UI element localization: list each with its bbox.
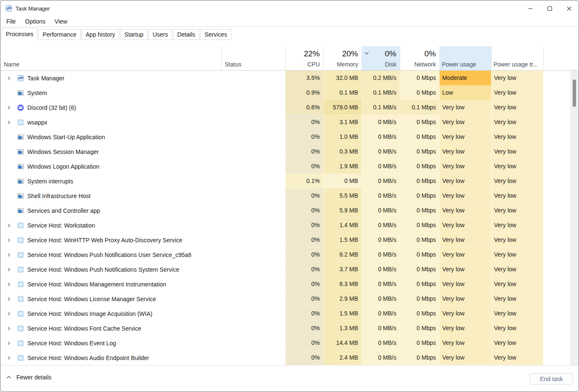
cpu-cell: 3.5% [285, 71, 323, 85]
disk-cell: 0 MB/s [361, 262, 400, 277]
column-power-usage-trend[interactable]: Power usage tr... [491, 46, 543, 70]
cpu-cell: 0% [285, 115, 323, 130]
table-row[interactable]: System interrupts0.1%0 MB0 MB/s0 MbpsVer… [0, 174, 579, 188]
end-task-button[interactable]: End task [530, 373, 573, 384]
tab-users[interactable]: Users [149, 29, 173, 40]
table-row[interactable]: Service Host: Windows Font Cache Service… [0, 321, 579, 336]
tab-details[interactable]: Details [173, 29, 199, 40]
name-cell[interactable]: wsappx [0, 115, 221, 130]
maximize-button[interactable] [540, 0, 559, 16]
expand-chevron-icon[interactable] [4, 297, 14, 301]
expand-chevron-icon[interactable] [4, 223, 14, 228]
table-row[interactable]: Windows Logon Application0%1.9 MB0 MB/s0… [0, 159, 579, 174]
disk-cell: 0 MB/s [361, 336, 400, 350]
expand-chevron-icon[interactable] [4, 341, 14, 345]
expand-chevron-icon[interactable] [4, 268, 14, 272]
name-cell[interactable]: Discord (32 bit) (6) [0, 100, 221, 115]
name-cell[interactable]: Service Host: Windows Push Notifications… [0, 247, 221, 262]
process-name: Service Host: WinHTTP Web Proxy Auto-Dis… [27, 237, 182, 244]
vertical-scrollbar[interactable] [570, 71, 579, 365]
table-row[interactable]: Windows Session Manager0%0.3 MB0 MB/s0 M… [0, 144, 579, 159]
name-cell[interactable]: Service Host: Workstation [0, 218, 221, 233]
name-cell[interactable]: Services and Controller app [0, 203, 221, 218]
name-cell[interactable]: Service Host: Windows License Manager Se… [0, 291, 221, 306]
table-row[interactable]: Service Host: Windows Push Notifications… [0, 262, 579, 277]
table-row[interactable]: Task Manager3.5%32.0 MB0.2 MB/s0 MbpsMod… [0, 71, 579, 85]
table-row[interactable]: Windows Start-Up Application0%1.0 MB0 MB… [0, 130, 579, 144]
minimize-button[interactable] [521, 0, 540, 16]
tab-app-history[interactable]: App history [82, 29, 120, 40]
gear-icon [17, 310, 24, 317]
expand-chevron-icon[interactable] [4, 253, 14, 257]
tab-processes[interactable]: Processes [2, 28, 37, 40]
tab-startup[interactable]: Startup [120, 29, 148, 40]
menu-item-options[interactable]: Options [24, 18, 46, 25]
column-network[interactable]: 0% Network [400, 46, 439, 70]
scrollbar-thumb[interactable] [573, 79, 576, 107]
table-row[interactable]: Discord (32 bit) (6)0.6%579.0 MB0.1 MB/s… [0, 100, 579, 115]
table-row[interactable]: Service Host: Windows Push Notifications… [0, 247, 579, 262]
expand-chevron-icon[interactable] [4, 238, 14, 242]
process-name: Service Host: Windows Push Notifications… [27, 266, 179, 273]
power-usage-cell: Moderate [439, 71, 491, 85]
table-row[interactable]: Services and Controller app0%5.9 MB0 MB/… [0, 203, 579, 218]
gear-icon [17, 355, 24, 361]
name-cell[interactable]: Service Host: Windows Font Cache Service [0, 321, 221, 336]
expand-chevron-icon[interactable] [4, 312, 14, 316]
expand-chevron-icon[interactable] [4, 120, 14, 124]
table-row[interactable]: Shell Infrastructure Host0%5.5 MB0 MB/s0… [0, 188, 579, 203]
power-usage-cell: Very low [439, 100, 491, 115]
name-cell[interactable]: System interrupts [0, 174, 221, 188]
name-cell[interactable]: Shell Infrastructure Host [0, 188, 221, 203]
expand-chevron-icon[interactable] [4, 76, 14, 80]
name-cell[interactable]: Windows Start-Up Application [0, 130, 221, 144]
name-cell[interactable]: Service Host: Windows Event Log [0, 336, 221, 350]
expand-chevron-icon[interactable] [4, 326, 14, 331]
power-usage-cell: Very low [439, 262, 491, 277]
table-row[interactable]: Service Host: Windows Management Instrum… [0, 277, 579, 291]
column-status[interactable]: Status [225, 61, 242, 68]
table-row[interactable]: Service Host: Windows Audio Endpoint Bui… [0, 350, 579, 365]
tab-performance[interactable]: Performance [38, 29, 80, 40]
power-usage-cell: Very low [439, 306, 491, 321]
close-button[interactable] [559, 0, 579, 16]
memory-cell: 579.0 MB [323, 100, 361, 115]
chevron-up-icon [6, 376, 11, 379]
table-row[interactable]: Service Host: Windows Event Log0%14.4 MB… [0, 336, 579, 350]
fewer-details-toggle[interactable]: Fewer details [6, 374, 51, 381]
name-cell[interactable]: Service Host: Windows Image Acquisition … [0, 306, 221, 321]
name-cell[interactable]: Windows Logon Application [0, 159, 221, 174]
column-disk[interactable]: 0% Disk [361, 46, 400, 70]
cpu-cell: 0% [285, 306, 323, 321]
table-row[interactable]: Service Host: Workstation0%1.4 MB0 MB/s0… [0, 218, 579, 233]
menu-item-file[interactable]: File [5, 18, 17, 25]
power-usage-trend-cell: Very low [491, 159, 543, 174]
network-cell: 0 Mbps [400, 336, 439, 350]
gear-icon [17, 340, 24, 347]
network-cell: 0 Mbps [400, 144, 439, 159]
name-cell[interactable]: Service Host: Windows Audio Endpoint Bui… [0, 350, 221, 365]
expand-chevron-icon[interactable] [4, 282, 14, 286]
table-row[interactable]: Service Host: Windows Image Acquisition … [0, 306, 579, 321]
name-cell[interactable]: Service Host: Windows Push Notifications… [0, 262, 221, 277]
name-cell[interactable]: System [0, 85, 221, 100]
menu-item-view[interactable]: View [54, 18, 68, 25]
name-cell[interactable]: Windows Session Manager [0, 144, 221, 159]
column-cpu[interactable]: 22% CPU [285, 46, 323, 70]
name-cell[interactable]: Service Host: WinHTTP Web Proxy Auto-Dis… [0, 233, 221, 247]
column-name[interactable]: Name [4, 61, 19, 68]
name-cell[interactable]: Service Host: Windows Management Instrum… [0, 277, 221, 291]
memory-cell: 1.5 MB [323, 306, 361, 321]
table-row[interactable]: System0.9%0.1 MB0.1 MB/s0 MbpsLowVery lo… [0, 85, 579, 100]
table-row[interactable]: Service Host: Windows License Manager Se… [0, 291, 579, 306]
table-row[interactable]: wsappx0%3.1 MB0 MB/s0 MbpsVery lowVery l… [0, 115, 579, 130]
column-power-usage[interactable]: Power usage [439, 46, 491, 70]
column-memory[interactable]: 20% Memory [323, 46, 361, 70]
name-cell[interactable]: Task Manager [0, 71, 221, 85]
expand-chevron-icon[interactable] [4, 106, 14, 110]
process-name: Service Host: Windows Image Acquisition … [27, 310, 152, 317]
tab-services[interactable]: Services [200, 29, 231, 40]
expand-chevron-icon[interactable] [4, 356, 14, 360]
power-usage-trend-cell: Very low [491, 321, 543, 336]
table-row[interactable]: Service Host: WinHTTP Web Proxy Auto-Dis… [0, 233, 579, 247]
